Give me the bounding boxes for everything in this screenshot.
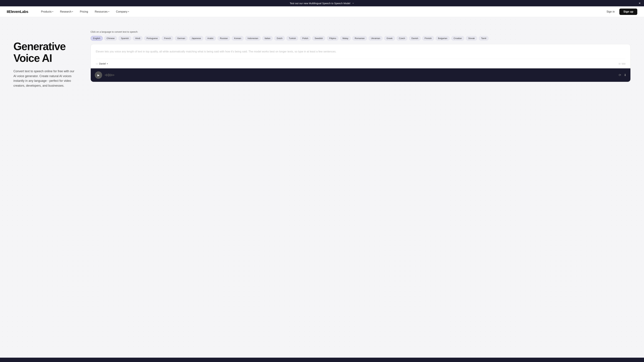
hero-title: Generative Voice AI [14, 40, 77, 64]
language-tags: EnglishChineseSpanishHindiPortugueseFren… [90, 36, 630, 41]
language-tag-romanian[interactable]: Romanian [352, 36, 367, 41]
bottom-bar: Get Started Free → [0, 358, 644, 362]
waveform [105, 73, 114, 77]
language-tag-english[interactable]: English [90, 36, 103, 41]
navigation: IIElevenLabs Products ▾ Research ▾ Prici… [0, 6, 644, 17]
hero-left: Generative Voice AI Convert text to spee… [14, 27, 77, 95]
research-chevron-icon: ▾ [72, 10, 73, 13]
waveform-bar [109, 74, 110, 76]
tts-demo-card: Eleven lets you voice any length of text… [90, 44, 630, 82]
player-left: ▶ [95, 71, 114, 79]
language-tag-malay[interactable]: Malay [340, 36, 351, 41]
sign-in-button[interactable]: Sign in [604, 9, 617, 14]
waveform-bar [108, 73, 109, 77]
language-tag-polish[interactable]: Polish [300, 36, 310, 41]
waveform-bar [112, 74, 112, 76]
language-tag-russian[interactable]: Russian [217, 36, 230, 41]
announcement-banner: Test out our new Multilingual Speech to … [0, 0, 644, 6]
voice-dash: — [96, 62, 98, 65]
tts-placeholder-text[interactable]: Eleven lets you voice any length of text… [96, 49, 626, 54]
language-tag-czech[interactable]: Czech [396, 36, 408, 41]
language-tag-bulgarian[interactable]: Bulgarian [436, 36, 450, 41]
voice-selector[interactable]: — Daniel ▾ [96, 62, 108, 65]
products-chevron-icon: ▾ [52, 10, 53, 13]
download-button[interactable]: ⬇ [624, 73, 626, 77]
language-tag-spanish[interactable]: Spanish [118, 36, 131, 41]
nav-item-products[interactable]: Products ▾ [38, 9, 56, 14]
waveform-bar [107, 74, 108, 76]
language-tag-tamil[interactable]: Tamil [479, 36, 489, 41]
waveform-bar [106, 74, 106, 76]
language-tag-korean[interactable]: Korean [232, 36, 244, 41]
tts-footer: — Daniel ▾ 0 / 333 [96, 59, 626, 65]
language-tag-greek[interactable]: Greek [384, 36, 395, 41]
language-tag-arabic[interactable]: Arabic [205, 36, 216, 41]
play-icon: ▶ [98, 73, 100, 77]
language-tag-ukrainian[interactable]: Ukrainian [368, 36, 383, 41]
banner-text: Test out our new Multilingual Speech to … [290, 2, 350, 5]
waveform-bar [105, 75, 105, 76]
language-tag-hindi[interactable]: Hindi [133, 36, 143, 41]
hero-description: Convert text to speech online for free w… [14, 69, 77, 88]
regenerate-button[interactable]: ⟳ [619, 73, 621, 77]
language-tag-dutch[interactable]: Dutch [274, 36, 285, 41]
waveform-bar [113, 74, 114, 76]
banner-arrow: → [352, 2, 354, 5]
language-tag-portuguese[interactable]: Portuguese [144, 36, 160, 41]
language-tag-italian[interactable]: Italian [262, 36, 273, 41]
language-tag-danish[interactable]: Danish [409, 36, 420, 41]
hero-right: Click on a language to convert text to s… [90, 27, 630, 82]
language-tag-slovak[interactable]: Slovak [466, 36, 477, 41]
char-count: 0 / 333 [619, 62, 626, 65]
logo[interactable]: IIElevenLabs [7, 9, 28, 14]
banner-close-button[interactable]: × [639, 1, 641, 5]
language-tag-french[interactable]: French [162, 36, 173, 41]
hero-section: Generative Voice AI Convert text to spee… [0, 17, 644, 358]
language-tag-finnish[interactable]: Finnish [422, 36, 434, 41]
language-tag-turkish[interactable]: Turkish [286, 36, 298, 41]
waveform-bar [114, 75, 114, 75]
language-tag-japanese[interactable]: Japanese [189, 36, 204, 41]
waveform-bar [112, 75, 113, 76]
language-tag-german[interactable]: German [175, 36, 188, 41]
tts-input-area: Eleven lets you voice any length of text… [91, 44, 630, 68]
play-button[interactable]: ▶ [95, 71, 102, 79]
nav-item-resources[interactable]: Resources ▾ [92, 9, 112, 14]
language-tag-chinese[interactable]: Chinese [104, 36, 117, 41]
nav-item-company[interactable]: Company ▾ [113, 9, 132, 14]
waveform-bar [106, 74, 107, 76]
nav-item-pricing[interactable]: Pricing [77, 9, 91, 14]
nav-links: Products ▾ Research ▾ Pricing Resources … [38, 9, 604, 14]
language-tag-swedish[interactable]: Swedish [312, 36, 325, 41]
waveform-bar [110, 73, 110, 77]
language-tag-filipino[interactable]: Filipino [327, 36, 338, 41]
player-right: ⟳ ⬇ [619, 73, 626, 77]
sign-up-button[interactable]: Sign up [619, 8, 637, 15]
nav-auth: Sign in Sign up [604, 8, 637, 15]
voice-name: Daniel [99, 62, 106, 65]
waveform-bar [111, 74, 111, 76]
language-tag-indonesian[interactable]: Indonesian [245, 36, 261, 41]
voice-chevron-icon: ▾ [107, 63, 108, 65]
company-chevron-icon: ▾ [128, 10, 129, 13]
resources-chevron-icon: ▾ [108, 10, 109, 13]
nav-item-research[interactable]: Research ▾ [57, 9, 76, 14]
language-tag-croatian[interactable]: Croatian [451, 36, 464, 41]
player-bar: ▶ ⟳ ⬇ [91, 68, 630, 82]
language-label: Click on a language to convert text to s… [90, 30, 630, 33]
